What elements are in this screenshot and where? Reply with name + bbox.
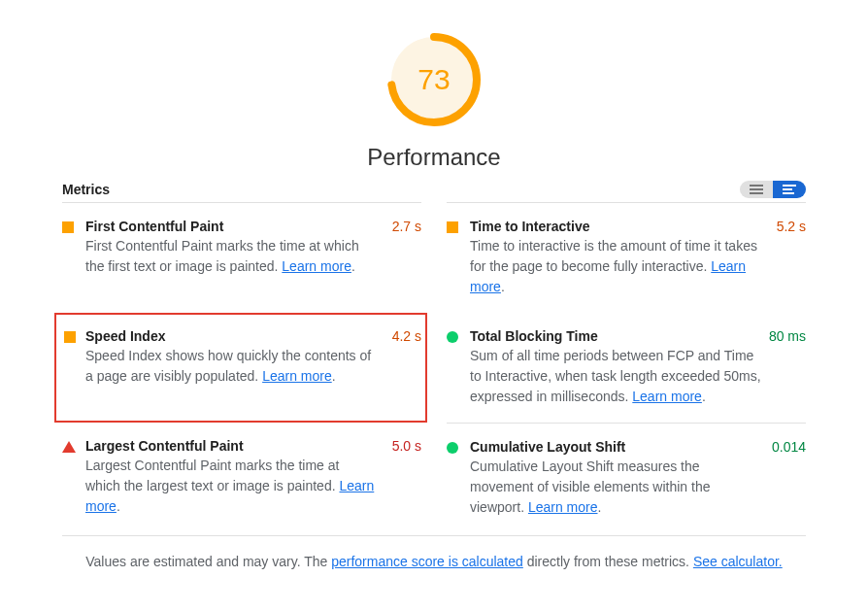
metric-name: First Contentful Paint (85, 219, 223, 234)
metric-description: Time to interactive is the amount of tim… (470, 236, 761, 297)
metrics-header: Metrics (62, 181, 806, 198)
metric-description: Largest Contentful Paint marks the time … (85, 456, 377, 517)
circle-icon (447, 442, 458, 454)
metric-value: 0.014 (772, 439, 806, 455)
metric-card: Speed Index4.2 sSpeed Index shows how qu… (54, 313, 427, 423)
metric-card: Time to Interactive5.2 sTime to interact… (447, 202, 806, 313)
svg-rect-4 (750, 192, 763, 194)
view-toggle[interactable] (740, 181, 806, 198)
metric-name: Cumulative Layout Shift (470, 439, 625, 455)
toggle-expanded-icon[interactable] (773, 181, 806, 198)
metric-value: 4.2 s (392, 328, 421, 344)
metrics-grid: First Contentful Paint2.7 sFirst Content… (62, 202, 806, 533)
metric-card: First Contentful Paint2.7 sFirst Content… (62, 202, 421, 313)
svg-rect-3 (750, 188, 763, 190)
square-icon (447, 221, 458, 233)
square-icon (62, 221, 74, 233)
footer-calculator-link[interactable]: See calculator. (693, 554, 783, 569)
metric-card: Cumulative Layout Shift0.014Cumulative L… (447, 423, 806, 533)
metric-name: Largest Contentful Paint (85, 438, 244, 454)
metric-value: 80 ms (769, 328, 806, 344)
toggle-compact-icon[interactable] (740, 181, 773, 198)
triangle-icon (62, 441, 74, 453)
svg-rect-2 (750, 185, 763, 187)
metric-value: 5.0 s (392, 438, 421, 454)
svg-rect-5 (783, 185, 796, 187)
metric-name: Speed Index (85, 328, 165, 344)
metric-name: Total Blocking Time (470, 328, 598, 344)
metric-description: Sum of all time periods between FCP and … (470, 346, 761, 407)
svg-rect-6 (783, 188, 792, 190)
circle-icon (447, 331, 458, 343)
performance-gauge: 73 (387, 33, 481, 126)
metric-value: 5.2 s (777, 219, 806, 234)
footer-pre: Values are estimated and may vary. The (85, 554, 331, 569)
metric-name: Time to Interactive (470, 219, 589, 234)
performance-title: Performance (367, 144, 500, 171)
performance-score: 73 (417, 63, 450, 96)
metric-description: Cumulative Layout Shift measures the mov… (470, 457, 761, 518)
square-icon (64, 331, 76, 343)
footer-score-link[interactable]: performance score is calculated (331, 554, 523, 569)
metric-value: 2.7 s (392, 219, 421, 234)
svg-rect-7 (783, 192, 794, 194)
metric-card: Total Blocking Time80 msSum of all time … (447, 313, 806, 423)
metric-card: Largest Contentful Paint5.0 sLargest Con… (62, 423, 421, 533)
performance-gauge-section: 73 Performance (62, 27, 806, 171)
learn-more-link[interactable]: Learn more (282, 258, 351, 274)
metrics-label: Metrics (62, 182, 110, 197)
metric-description: Speed Index shows how quickly the conten… (85, 346, 377, 387)
metric-description: First Contentful Paint marks the time at… (85, 236, 377, 277)
footer-note: Values are estimated and may vary. The p… (62, 535, 806, 587)
learn-more-link[interactable]: Learn more (528, 499, 598, 515)
learn-more-link[interactable]: Learn more (632, 389, 702, 404)
footer-mid: directly from these metrics. (527, 554, 693, 569)
learn-more-link[interactable]: Learn more (262, 368, 332, 384)
